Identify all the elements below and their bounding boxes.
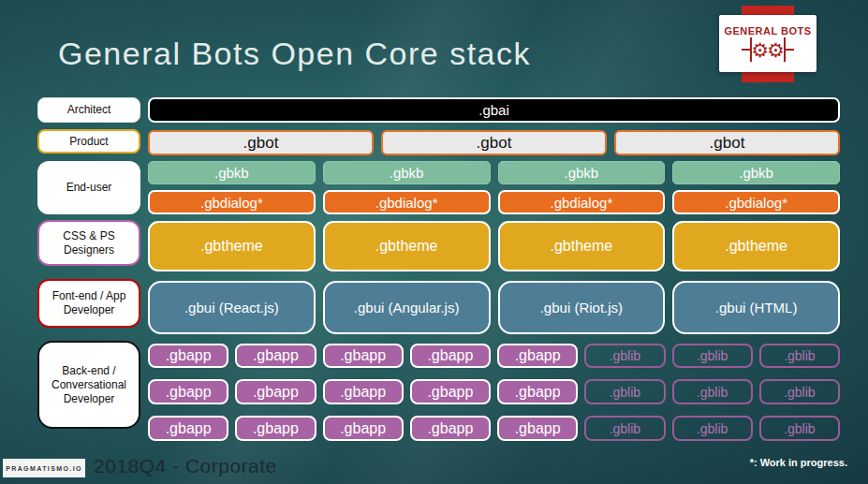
gbui-html-box: .gbui (HTML) (672, 281, 840, 334)
gbui-react-box: .gbui (React.js) (148, 281, 316, 334)
gbot-box: .gbot (148, 130, 374, 155)
gbapp-box: .gbapp (410, 344, 491, 368)
gear-glyph-2: ⚙ (767, 40, 785, 60)
gbai-box: .gbai (148, 97, 840, 123)
gbkb-box: .gbkb (672, 161, 840, 184)
general-bots-logo: GENERAL BOTS ⚙ ⚙ (719, 15, 817, 72)
gbkb-box: .gbkb (498, 161, 666, 184)
label-end-user: End-user (37, 161, 140, 214)
gbui-riot-box: .gbui (Riot.js) (498, 281, 666, 334)
gblib-box: .gblib (672, 416, 753, 441)
gbapp-box: .gbapp (235, 379, 316, 404)
row-backend-1: .gbapp .gbapp .gbapp .gbapp .gbapp .gbli… (148, 344, 840, 368)
gbdialog-box: .gbdialog* (672, 190, 840, 214)
label-architect: Architect (37, 97, 140, 123)
gbapp-box: .gbapp (323, 379, 404, 404)
work-in-progress-note: *: Work in progress. (750, 457, 847, 468)
gbtheme-box: .gbtheme (323, 221, 491, 271)
row-gbkb: .gbkb .gbkb .gbkb .gbkb (148, 161, 840, 184)
label-backend-conversational-developer: Back-end / Conversational Developer (37, 341, 140, 429)
slide: General Bots Open Core stack GENERAL BOT… (0, 0, 868, 484)
gbapp-box: .gbapp (148, 344, 228, 368)
gblib-box: .gblib (759, 344, 840, 368)
page-title: General Bots Open Core stack (58, 36, 531, 72)
gbtheme-box: .gbtheme (148, 221, 316, 271)
row-gbui: .gbui (React.js) .gbui (Angular.js) .gbu… (148, 281, 840, 334)
gbapp-box: .gbapp (497, 416, 578, 441)
row-architect: .gbai (148, 97, 840, 123)
label-css-ps-designers: CSS & PS Designers (37, 220, 140, 266)
row-backend-3: .gbapp .gbapp .gbapp .gbapp .gbapp .gbli… (148, 416, 840, 441)
gblib-box: .gblib (759, 379, 840, 404)
gear-line-right (786, 49, 794, 51)
gbapp-box: .gbapp (148, 416, 228, 441)
gbtheme-box: .gbtheme (498, 221, 666, 271)
row-gbtheme: .gbtheme .gbtheme .gbtheme .gbtheme (148, 221, 840, 271)
gbot-box: .gbot (381, 130, 607, 155)
gbapp-box: .gbapp (410, 379, 491, 404)
gear-line-left (742, 49, 750, 51)
gbapp-box: .gbapp (497, 344, 578, 368)
row-product: .gbot .gbot .gbot (148, 130, 840, 155)
logo-brand-text: GENERAL BOTS (724, 25, 811, 37)
row-backend-2: .gbapp .gbapp .gbapp .gbapp .gbapp .gbli… (148, 379, 840, 404)
gblib-box: .gblib (584, 379, 665, 404)
gbot-box: .gbot (614, 130, 840, 155)
gbapp-box: .gbapp (323, 416, 404, 441)
gbtheme-box: .gbtheme (672, 221, 840, 271)
gblib-box: .gblib (584, 344, 665, 368)
gbkb-box: .gbkb (323, 161, 491, 184)
gbapp-box: .gbapp (148, 379, 228, 404)
gbdialog-box: .gbdialog* (498, 190, 666, 214)
gbkb-box: .gbkb (148, 161, 316, 184)
gbdialog-box: .gbdialog* (323, 190, 491, 214)
gbui-angular-box: .gbui (Angular.js) (323, 281, 491, 334)
gblib-box: .gblib (672, 379, 753, 404)
gbdialog-box: .gbdialog* (148, 190, 316, 214)
gblib-box: .gblib (584, 416, 665, 441)
footer-date-text: 2018Q4 - Corporate (94, 455, 277, 477)
gblib-box: .gblib (759, 416, 840, 441)
gbapp-box: .gbapp (497, 379, 578, 404)
gbapp-box: .gbapp (235, 416, 316, 441)
gbapp-box: .gbapp (323, 344, 404, 368)
pragmatismo-logo: PRAGMATISMO.IO (3, 459, 85, 477)
row-gbdialog: .gbdialog* .gbdialog* .gbdialog* .gbdial… (148, 190, 840, 214)
gbapp-box: .gbapp (235, 344, 316, 368)
label-product: Product (37, 129, 140, 154)
gear-icon: ⚙ ⚙ (742, 37, 794, 62)
gblib-box: .gblib (672, 344, 753, 368)
gbapp-box: .gbapp (410, 416, 491, 441)
label-frontend-app-developer: Font-end / App Developer (37, 279, 140, 328)
